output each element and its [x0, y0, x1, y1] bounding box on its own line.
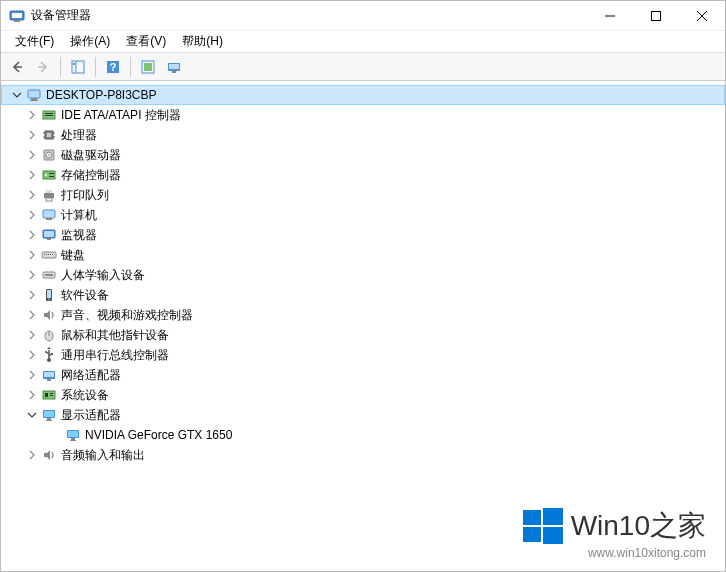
close-button[interactable] — [679, 1, 725, 31]
svg-rect-64 — [50, 395, 53, 396]
hid-icon — [41, 267, 57, 283]
device-tree[interactable]: DESKTOP-P8I3CBP IDE ATA/ATAPI 控制器处理器磁盘驱动… — [1, 81, 725, 571]
chevron-right-icon[interactable] — [25, 168, 39, 182]
svg-rect-2 — [14, 20, 20, 22]
category-label: 声音、视频和游戏控制器 — [61, 307, 193, 324]
tree-category[interactable]: 音频输入和输出 — [1, 445, 725, 465]
maximize-button[interactable] — [633, 1, 679, 31]
devices-by-type-button[interactable] — [162, 55, 186, 79]
chevron-right-icon[interactable] — [25, 288, 39, 302]
tree-category[interactable]: 系统设备 — [1, 385, 725, 405]
minimize-button[interactable] — [587, 1, 633, 31]
back-button[interactable] — [5, 55, 29, 79]
network-icon — [41, 367, 57, 383]
svg-rect-36 — [43, 210, 55, 218]
tree-category[interactable]: 监视器 — [1, 225, 725, 245]
svg-rect-72 — [70, 440, 76, 441]
category-label: 人体学输入设备 — [61, 267, 145, 284]
category-label: 处理器 — [61, 127, 97, 144]
root-label: DESKTOP-P8I3CBP — [46, 88, 156, 102]
svg-rect-48 — [45, 274, 53, 276]
menu-action[interactable]: 操作(A) — [62, 31, 118, 52]
audio-icon — [41, 307, 57, 323]
tree-category[interactable]: 鼠标和其他指针设备 — [1, 325, 725, 345]
tree-device[interactable]: NVIDIA GeForce GTX 1650 — [1, 425, 725, 445]
svg-rect-10 — [144, 63, 152, 71]
tree-category[interactable]: 磁盘驱动器 — [1, 145, 725, 165]
tree-category[interactable]: 存储控制器 — [1, 165, 725, 185]
storage-icon — [41, 167, 57, 183]
chevron-right-icon[interactable] — [25, 148, 39, 162]
svg-rect-16 — [30, 100, 38, 101]
chevron-right-icon[interactable] — [25, 108, 39, 122]
menu-view[interactable]: 查看(V) — [118, 31, 174, 52]
svg-rect-60 — [47, 379, 51, 381]
category-label: 键盘 — [61, 247, 85, 264]
tree-category[interactable]: 键盘 — [1, 245, 725, 265]
svg-rect-50 — [47, 290, 51, 298]
chevron-right-icon[interactable] — [25, 188, 39, 202]
svg-rect-14 — [28, 90, 40, 98]
help-button[interactable]: ? — [101, 55, 125, 79]
menu-help[interactable]: 帮助(H) — [174, 31, 231, 52]
window-title: 设备管理器 — [31, 7, 587, 24]
computer-icon — [26, 87, 42, 103]
svg-point-56 — [45, 351, 47, 353]
chevron-right-icon[interactable] — [25, 388, 39, 402]
svg-rect-15 — [31, 98, 37, 100]
chevron-right-icon[interactable] — [25, 308, 39, 322]
svg-rect-70 — [68, 431, 78, 437]
forward-button[interactable] — [31, 55, 55, 79]
device-manager-window: 设备管理器 文件(F) 操作(A) 查看(V) 帮助(H) — [0, 0, 726, 572]
tree-category[interactable]: 处理器 — [1, 125, 725, 145]
monitor-icon — [41, 227, 57, 243]
svg-text:?: ? — [110, 61, 117, 73]
tree-category[interactable]: 显示适配器 — [1, 405, 725, 425]
category-label: 打印队列 — [61, 187, 109, 204]
svg-point-51 — [48, 299, 49, 300]
svg-rect-42 — [44, 254, 45, 255]
tree-category[interactable]: 计算机 — [1, 205, 725, 225]
keyboard-icon — [41, 247, 57, 263]
category-label: 计算机 — [61, 207, 97, 224]
tree-root[interactable]: DESKTOP-P8I3CBP — [1, 85, 725, 105]
svg-point-30 — [45, 174, 47, 176]
category-label: 鼠标和其他指针设备 — [61, 327, 169, 344]
category-label: 音频输入和输出 — [61, 447, 145, 464]
svg-rect-40 — [47, 238, 51, 240]
chevron-right-icon[interactable] — [25, 268, 39, 282]
tree-category[interactable]: 通用串行总线控制器 — [1, 345, 725, 365]
cpu-icon — [41, 127, 57, 143]
category-label: IDE ATA/ATAPI 控制器 — [61, 107, 181, 124]
svg-rect-31 — [49, 173, 54, 174]
svg-rect-19 — [45, 115, 53, 116]
chevron-right-icon[interactable] — [25, 228, 39, 242]
tree-category[interactable]: 网络适配器 — [1, 365, 725, 385]
chevron-down-icon[interactable] — [10, 88, 24, 102]
chevron-down-icon[interactable] — [25, 408, 39, 422]
menu-file[interactable]: 文件(F) — [7, 31, 62, 52]
category-label: 软件设备 — [61, 287, 109, 304]
display-icon — [65, 427, 81, 443]
mouse-icon — [41, 327, 57, 343]
chevron-right-icon[interactable] — [25, 248, 39, 262]
chevron-right-icon[interactable] — [25, 128, 39, 142]
tree-category[interactable]: 声音、视频和游戏控制器 — [1, 305, 725, 325]
tree-category[interactable]: 打印队列 — [1, 185, 725, 205]
svg-rect-46 — [52, 254, 53, 255]
chevron-right-icon[interactable] — [25, 348, 39, 362]
svg-rect-12 — [169, 64, 179, 69]
tree-category[interactable]: 软件设备 — [1, 285, 725, 305]
chevron-right-icon[interactable] — [25, 368, 39, 382]
chevron-right-icon[interactable] — [25, 208, 39, 222]
show-hide-tree-button[interactable] — [66, 55, 90, 79]
svg-rect-4 — [72, 61, 84, 73]
svg-rect-66 — [44, 411, 54, 417]
tree-category[interactable]: IDE ATA/ATAPI 控制器 — [1, 105, 725, 125]
tree-category[interactable]: 人体学输入设备 — [1, 265, 725, 285]
toolbar-separator — [130, 57, 131, 77]
scan-hardware-button[interactable] — [136, 55, 160, 79]
chevron-right-icon[interactable] — [25, 328, 39, 342]
chevron-right-icon[interactable] — [25, 448, 39, 462]
svg-rect-45 — [50, 254, 51, 255]
